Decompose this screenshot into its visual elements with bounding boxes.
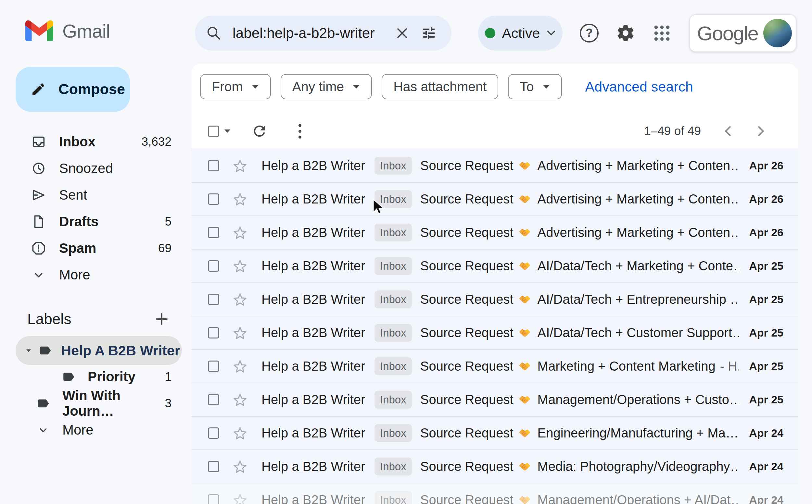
- email-checkbox[interactable]: [208, 427, 219, 439]
- label-win-with-journ[interactable]: Win With Journ… 3: [0, 389, 191, 417]
- email-checkbox[interactable]: [208, 260, 219, 272]
- email-checkbox[interactable]: [208, 361, 219, 372]
- email-row[interactable]: Help a B2B Writer Inbox Source Request M…: [191, 349, 798, 383]
- google-apps-grid-icon[interactable]: [650, 21, 674, 45]
- email-row[interactable]: Help a B2B Writer Inbox Source Request A…: [191, 282, 798, 316]
- email-sender: Help a B2B Writer: [262, 459, 375, 474]
- star-icon[interactable]: [232, 392, 248, 408]
- handshake-icon: [518, 426, 533, 441]
- email-date: Apr 26: [749, 193, 783, 205]
- select-dropdown-caret-icon[interactable]: [224, 129, 231, 133]
- inbox-icon: [31, 134, 46, 149]
- handshake-icon: [518, 392, 533, 407]
- sidebar-item-label: Inbox: [59, 134, 95, 150]
- refresh-icon[interactable]: [251, 123, 268, 140]
- compose-button[interactable]: Compose: [16, 67, 130, 112]
- email-row[interactable]: Help a B2B Writer Inbox Source Request A…: [191, 215, 798, 249]
- filter-chip-has-attachment[interactable]: Has attachment: [382, 74, 498, 99]
- google-account-chip[interactable]: Google: [689, 14, 796, 52]
- chat-status-selector[interactable]: Active: [478, 16, 562, 51]
- subject-rest: Engineering/Manufacturing + Ma…: [537, 426, 739, 440]
- clear-search-icon[interactable]: [390, 21, 414, 45]
- profile-avatar[interactable]: [763, 19, 792, 47]
- email-checkbox[interactable]: [208, 227, 219, 238]
- subject-rest: Management/Operations + AI/Dat…: [537, 493, 740, 504]
- select-all-checkbox[interactable]: [208, 126, 219, 137]
- email-checkbox[interactable]: [208, 394, 219, 405]
- advanced-search-link[interactable]: Advanced search: [585, 79, 693, 95]
- subject-prefix: Source Request: [420, 292, 513, 307]
- star-icon[interactable]: [232, 425, 248, 441]
- email-date: Apr 26: [749, 226, 783, 239]
- star-icon[interactable]: [232, 359, 248, 374]
- email-row[interactable]: Help a B2B Writer Inbox Source Request A…: [191, 149, 798, 182]
- create-label-plus-icon[interactable]: [154, 311, 169, 327]
- star-icon[interactable]: [232, 459, 248, 474]
- label-priority[interactable]: Priority 1: [0, 363, 191, 391]
- star-icon[interactable]: [232, 158, 248, 174]
- star-icon[interactable]: [232, 225, 248, 240]
- email-row[interactable]: Help a B2B Writer Inbox Source Request A…: [191, 316, 798, 349]
- email-row[interactable]: Help a B2B Writer Inbox Source Request M…: [191, 483, 798, 504]
- label-tag-icon: [36, 397, 50, 410]
- email-checkbox[interactable]: [208, 193, 219, 205]
- search-input[interactable]: [233, 25, 387, 41]
- email-row[interactable]: Help a B2B Writer Inbox Source Request M…: [191, 449, 798, 483]
- label-help-a-b2b-writer[interactable]: Help A B2B Writer: [16, 336, 182, 365]
- subject-rest: AI/Data/Tech + Entrepreneurship …: [537, 292, 740, 307]
- email-row[interactable]: Help a B2B Writer Inbox Source Request A…: [191, 249, 798, 282]
- search-bar[interactable]: [195, 16, 451, 51]
- email-row[interactable]: Help a B2B Writer Inbox Source Request A…: [191, 182, 798, 215]
- sidebar: Compose Inbox 3,632 Snoozed Sent: [0, 64, 191, 504]
- settings-gear-icon[interactable]: [614, 21, 637, 45]
- more-options-icon[interactable]: [291, 123, 308, 140]
- email-checkbox[interactable]: [208, 494, 219, 504]
- sidebar-item-inbox[interactable]: Inbox 3,632: [0, 129, 191, 155]
- star-icon[interactable]: [232, 325, 248, 341]
- email-subject: Source Request AI/Data/Tech + Marketing …: [420, 259, 739, 274]
- star-icon[interactable]: [232, 258, 248, 274]
- email-checkbox[interactable]: [208, 327, 219, 338]
- email-subject: Source Request AI/Data/Tech + Customer S…: [420, 326, 739, 340]
- label-tag-icon: [38, 344, 52, 357]
- handshake-icon: [518, 158, 533, 173]
- search-options-icon[interactable]: [417, 21, 440, 45]
- email-subject: Source Request Management/Operations + A…: [420, 493, 739, 504]
- star-icon[interactable]: [232, 191, 248, 207]
- email-date: Apr 24: [749, 494, 783, 504]
- email-checkbox[interactable]: [208, 461, 219, 472]
- newer-page-chevron-icon[interactable]: [721, 124, 735, 138]
- email-subject: Source Request Marketing + Content Marke…: [420, 359, 739, 374]
- chip-label: Has attachment: [393, 79, 486, 94]
- star-icon[interactable]: [232, 492, 248, 504]
- subject-prefix: Source Request: [420, 225, 513, 240]
- email-row[interactable]: Help a B2B Writer Inbox Source Request M…: [191, 383, 798, 416]
- search-icon[interactable]: [206, 25, 222, 41]
- inbox-badge: Inbox: [375, 190, 412, 208]
- sidebar-item-more[interactable]: More: [0, 262, 191, 288]
- email-checkbox[interactable]: [208, 160, 219, 171]
- older-page-chevron-icon[interactable]: [754, 124, 768, 138]
- email-row[interactable]: Help a B2B Writer Inbox Source Request E…: [191, 416, 798, 449]
- sidebar-item-sent[interactable]: Sent: [0, 182, 191, 208]
- inbox-badge: Inbox: [375, 424, 412, 442]
- snippet-preview: - H..: [720, 359, 740, 374]
- labels-more[interactable]: More: [0, 416, 191, 444]
- filter-chip-to[interactable]: To: [508, 74, 561, 99]
- help-icon[interactable]: ?: [577, 21, 601, 45]
- sidebar-item-snoozed[interactable]: Snoozed: [0, 155, 191, 182]
- filter-chip-from[interactable]: From: [200, 74, 271, 99]
- expand-triangle-icon[interactable]: [24, 346, 33, 355]
- subject-rest: Advertising + Marketing + Conten…: [537, 225, 740, 240]
- email-subject: Source Request Advertising + Marketing +…: [420, 225, 739, 240]
- subject-prefix: Source Request: [420, 359, 513, 374]
- email-sender: Help a B2B Writer: [262, 158, 375, 173]
- sidebar-item-spam[interactable]: Spam 69: [0, 235, 191, 262]
- email-checkbox[interactable]: [208, 294, 219, 305]
- gmail-logo[interactable]: Gmail: [25, 20, 110, 42]
- sidebar-item-drafts[interactable]: Drafts 5: [0, 208, 191, 235]
- email-sender: Help a B2B Writer: [262, 192, 375, 206]
- subject-rest: Media: Photography/Videography…: [537, 459, 740, 474]
- star-icon[interactable]: [232, 292, 248, 307]
- filter-chip-any-time[interactable]: Any time: [281, 74, 372, 99]
